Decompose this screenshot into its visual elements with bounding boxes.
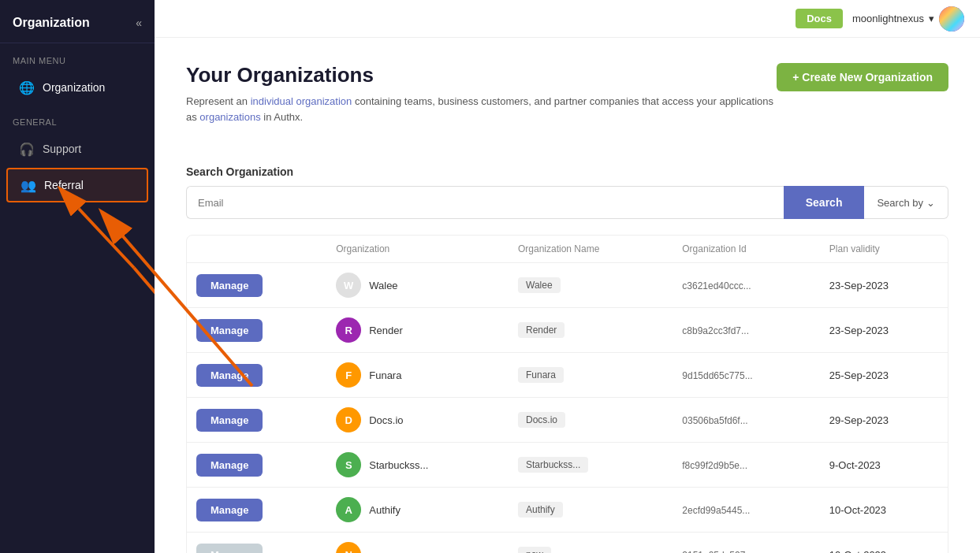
- search-label: Search Organization: [186, 165, 948, 178]
- col-organization: Organization: [326, 236, 509, 263]
- manage-button[interactable]: Manage: [196, 319, 263, 342]
- manage-button[interactable]: Manage: [196, 274, 263, 297]
- page-description: Represent an individual organization con…: [186, 94, 777, 124]
- org-cell: SStarbuckss...: [326, 443, 509, 488]
- table-row: ManageSStarbuckss...Starbuckss...f8c99f2…: [187, 443, 948, 488]
- org-id-cell: 2ecfd99a5445...: [673, 488, 820, 533]
- search-button[interactable]: Search: [784, 186, 865, 219]
- org-id-cell: 3151e05da527...: [673, 533, 820, 554]
- manage-button[interactable]: Manage: [196, 409, 263, 432]
- search-by-label: Search by: [877, 197, 923, 209]
- plan-validity-cell: 23-Sep-2023: [820, 263, 948, 308]
- org-name-badge-cell: Docs.io: [509, 398, 673, 443]
- search-row: Search Search by ⌄: [186, 186, 948, 219]
- org-id: 9d15dd65c775...: [682, 370, 752, 381]
- org-name: Starbuckss...: [369, 459, 428, 471]
- table-row: ManageNnewnew3151e05da527...10-Oct-2023: [187, 533, 948, 554]
- create-organization-button[interactable]: + Create New Organization: [777, 63, 948, 91]
- plan-validity-date: 29-Sep-2023: [829, 414, 889, 426]
- org-name-badge: Authify: [518, 502, 563, 518]
- org-cell: WWalee: [326, 263, 509, 308]
- org-name-badge-cell: Render: [509, 308, 673, 353]
- table-row: ManageDDocs.ioDocs.io03506ba5fd6f...29-S…: [187, 398, 948, 443]
- org-cell: FFunara: [326, 353, 509, 398]
- organization-icon: 🌐: [19, 80, 35, 95]
- org-id: 03506ba5fd6f...: [682, 415, 747, 426]
- sidebar-item-organization[interactable]: 🌐 Organization: [6, 72, 148, 103]
- main-content: Docs moonlightnexus ▾ Your Organizations…: [155, 0, 980, 553]
- org-name-badge-cell: Funara: [509, 353, 673, 398]
- org-id-cell: c8b9a2cc3fd7...: [673, 308, 820, 353]
- org-name-badge-cell: new: [509, 533, 673, 554]
- sidebar-item-label: Support: [43, 143, 81, 155]
- plan-validity-cell: 29-Sep-2023: [820, 398, 948, 443]
- org-id: 3151e05da527...: [682, 550, 753, 554]
- org-name: new: [369, 549, 388, 554]
- sidebar-collapse-button[interactable]: «: [136, 17, 142, 29]
- org-name: Authify: [369, 504, 401, 516]
- manage-cell: Manage: [187, 488, 326, 533]
- search-input[interactable]: [186, 186, 784, 219]
- col-action: [187, 236, 326, 263]
- org-name-badge-cell: Authify: [509, 488, 673, 533]
- plan-validity-cell: 10-Oct-2023: [820, 533, 948, 554]
- search-section: Search Organization Search Search by ⌄: [186, 165, 948, 219]
- user-menu[interactable]: moonlightnexus ▾: [852, 6, 964, 32]
- sidebar: Organization « Main menu 🌐 Organization …: [0, 0, 155, 553]
- table-row: ManageRRenderRenderc8b9a2cc3fd7...23-Sep…: [187, 308, 948, 353]
- org-cell: AAuthify: [326, 488, 509, 533]
- plan-validity-cell: 25-Sep-2023: [820, 353, 948, 398]
- org-id-cell: c3621ed40ccc...: [673, 263, 820, 308]
- chevron-down-icon: ⌄: [926, 197, 935, 209]
- org-id-cell: f8c99f2d9b5e...: [673, 443, 820, 488]
- sidebar-item-label: Organization: [43, 81, 105, 94]
- page-title: Your Organizations: [186, 63, 777, 87]
- general-label: General: [0, 105, 155, 132]
- org-name-badge: Render: [518, 322, 565, 338]
- org-name: Docs.io: [369, 414, 403, 426]
- table-row: ManageAAuthifyAuthify2ecfd99a5445...10-O…: [187, 488, 948, 533]
- search-by-button[interactable]: Search by ⌄: [864, 186, 948, 219]
- col-org-name: Organization Name: [509, 236, 673, 263]
- topnav: Docs moonlightnexus ▾: [155, 0, 980, 38]
- page-content: Your Organizations Represent an individu…: [155, 38, 980, 553]
- col-org-id: Organization Id: [673, 236, 820, 263]
- manage-button[interactable]: Manage: [196, 454, 263, 477]
- manage-cell: Manage: [187, 443, 326, 488]
- referral-icon: 👥: [20, 177, 36, 193]
- plan-validity-cell: 10-Oct-2023: [820, 488, 948, 533]
- org-name: Render: [369, 325, 403, 336]
- svg-line-1: [79, 209, 134, 268]
- org-name-badge-cell: Walee: [509, 263, 673, 308]
- sidebar-item-support[interactable]: 🎧 Support: [6, 133, 148, 165]
- plan-validity-cell: 9-Oct-2023: [820, 443, 948, 488]
- plan-validity-date: 23-Sep-2023: [829, 280, 889, 291]
- plan-validity-date: 25-Sep-2023: [829, 369, 889, 381]
- plan-validity-date: 9-Oct-2023: [829, 459, 881, 471]
- manage-button: Manage: [196, 544, 263, 554]
- col-plan-validity: Plan validity: [820, 236, 948, 263]
- org-name-badge: Walee: [518, 277, 561, 293]
- sidebar-title: Organization: [13, 16, 90, 30]
- org-name-badge: Funara: [518, 367, 564, 383]
- manage-button[interactable]: Manage: [196, 364, 263, 387]
- org-cell: DDocs.io: [326, 398, 509, 443]
- username: moonlightnexus: [852, 13, 924, 24]
- table-header-row: Organization Organization Name Organizat…: [187, 236, 948, 263]
- plan-validity-cell: 23-Sep-2023: [820, 308, 948, 353]
- plan-validity-date: 10-Oct-2023: [829, 504, 886, 516]
- manage-cell: Manage: [187, 533, 326, 554]
- org-id-cell: 03506ba5fd6f...: [673, 398, 820, 443]
- docs-button[interactable]: Docs: [796, 9, 843, 28]
- sidebar-item-referral[interactable]: 👥 Referral: [6, 168, 148, 202]
- table-row: ManageWWaleeWaleec3621ed40ccc...23-Sep-2…: [187, 263, 948, 308]
- individual-org-link[interactable]: individual organization: [251, 95, 352, 107]
- sidebar-item-label: Referral: [44, 179, 84, 191]
- org-name-badge: Docs.io: [518, 412, 565, 428]
- organizations-link[interactable]: organizations: [199, 111, 260, 123]
- table-row: ManageFFunaraFunara9d15dd65c775...25-Sep…: [187, 353, 948, 398]
- org-name: Funara: [369, 369, 401, 381]
- manage-button[interactable]: Manage: [196, 499, 263, 521]
- org-id: c8b9a2cc3fd7...: [682, 325, 749, 336]
- org-name: Walee: [369, 280, 397, 291]
